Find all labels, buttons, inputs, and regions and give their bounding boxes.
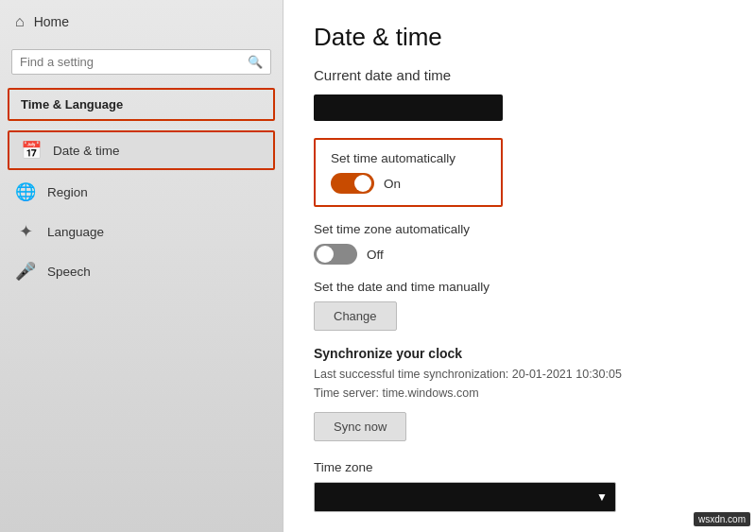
set-time-auto-box: Set time automatically On bbox=[314, 138, 503, 207]
sidebar-item-date-time[interactable]: 📅 Date & time bbox=[8, 130, 275, 170]
set-time-auto-label: Set time automatically bbox=[331, 151, 486, 165]
language-icon: ✦ bbox=[15, 221, 36, 242]
sidebar-item-region[interactable]: 🌐 Region bbox=[0, 172, 283, 212]
home-label: Home bbox=[34, 14, 69, 29]
sync-info-line2: Time server: time.windows.com bbox=[314, 384, 726, 403]
sidebar-section-time-language[interactable]: Time & Language bbox=[8, 88, 275, 121]
set-time-auto-toggle-row: On bbox=[331, 173, 486, 194]
search-icon: 🔍 bbox=[248, 55, 263, 69]
timezone-dropdown[interactable]: ▼ bbox=[314, 482, 616, 512]
set-timezone-auto-row: Set time zone automatically Off bbox=[314, 222, 726, 265]
sync-title: Synchronize your clock bbox=[314, 346, 726, 361]
timezone-section: Time zone ▼ bbox=[314, 460, 726, 512]
sync-info-line1: Last successful time synchronization: 20… bbox=[314, 365, 726, 384]
set-timezone-auto-toggle[interactable] bbox=[314, 244, 357, 265]
set-timezone-auto-state: Off bbox=[367, 248, 384, 262]
set-date-manually-row: Set the date and time manually Change bbox=[314, 280, 726, 331]
set-date-manually-label: Set the date and time manually bbox=[314, 280, 726, 294]
sidebar-item-speech[interactable]: 🎤 Speech bbox=[0, 251, 283, 291]
timezone-label: Time zone bbox=[314, 460, 726, 474]
home-button[interactable]: ⌂ Home bbox=[0, 0, 283, 43]
set-time-auto-state: On bbox=[384, 177, 401, 191]
sidebar-item-label-date-time: Date & time bbox=[53, 144, 120, 158]
date-time-icon: 📅 bbox=[21, 140, 42, 161]
current-date-section-title: Current date and time bbox=[314, 67, 726, 83]
sidebar-item-label-language: Language bbox=[47, 225, 104, 239]
sidebar-nav: 📅 Date & time 🌐 Region ✦ Language 🎤 Spee… bbox=[0, 129, 283, 291]
watermark: wsxdn.com bbox=[694, 512, 750, 526]
speech-icon: 🎤 bbox=[15, 261, 36, 282]
set-time-auto-toggle[interactable] bbox=[331, 173, 374, 194]
current-time-display bbox=[314, 94, 503, 121]
region-icon: 🌐 bbox=[15, 181, 36, 202]
search-box[interactable]: 🔍 bbox=[11, 49, 271, 75]
search-input[interactable] bbox=[20, 55, 248, 69]
sidebar: ⌂ Home 🔍 Time & Language 📅 Date & time 🌐… bbox=[0, 0, 284, 532]
chevron-down-icon: ▼ bbox=[596, 490, 608, 504]
home-icon: ⌂ bbox=[15, 13, 25, 30]
page-title: Date & time bbox=[314, 23, 726, 52]
sidebar-item-label-region: Region bbox=[47, 185, 88, 199]
change-button[interactable]: Change bbox=[314, 301, 397, 331]
sync-section: Synchronize your clock Last successful t… bbox=[314, 346, 726, 441]
sidebar-item-language[interactable]: ✦ Language bbox=[0, 212, 283, 251]
main-panel: Date & time Current date and time Set ti… bbox=[284, 0, 756, 532]
set-timezone-toggle-row: Off bbox=[314, 244, 726, 265]
sync-now-button[interactable]: Sync now bbox=[314, 412, 406, 441]
set-timezone-auto-label: Set time zone automatically bbox=[314, 222, 726, 236]
sync-info: Last successful time synchronization: 20… bbox=[314, 365, 726, 403]
sidebar-item-label-speech: Speech bbox=[47, 265, 91, 279]
